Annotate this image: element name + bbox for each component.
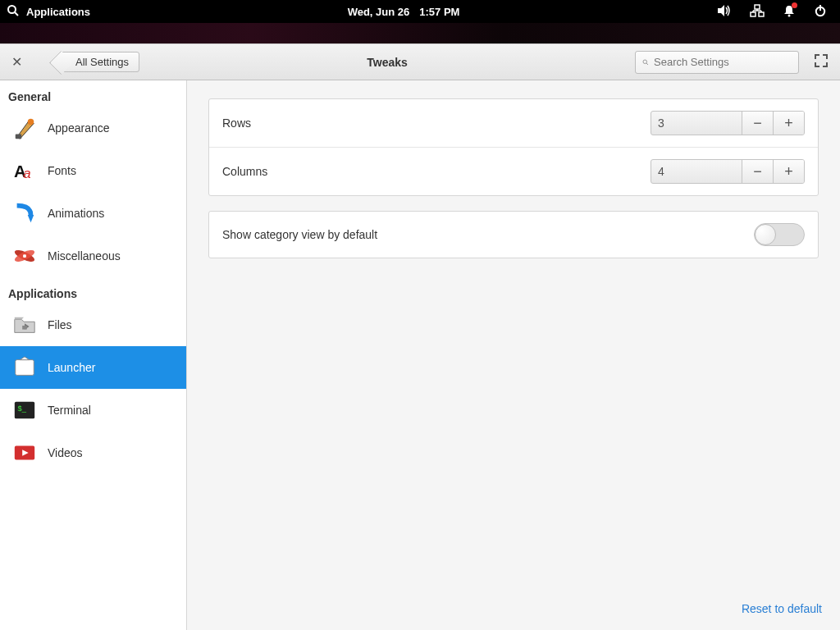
svg-rect-25 [22, 326, 27, 330]
volume-icon[interactable] [717, 4, 732, 20]
show-category-setting: Show category view by default [209, 212, 818, 258]
back-button[interactable]: All Settings [60, 52, 139, 72]
videos-icon [11, 440, 38, 466]
sidebar-item-label: Animations [48, 207, 104, 220]
svg-text:a: a [23, 166, 30, 181]
rows-value[interactable]: 3 [651, 112, 742, 135]
launcher-icon [11, 354, 38, 381]
applications-menu[interactable]: Applications [26, 6, 90, 18]
date-label[interactable]: Wed, Jun 26 [348, 6, 410, 18]
sidebar-item-label: Fonts [48, 164, 76, 177]
rows-label: Rows [222, 116, 651, 130]
grid-panel: Rows 3 − + Columns 4 − + [208, 98, 819, 196]
animations-icon [11, 200, 38, 226]
svg-point-0 [8, 6, 16, 13]
switch-knob [755, 224, 776, 245]
window-title: Tweaks [146, 56, 628, 69]
search-icon[interactable] [7, 4, 20, 20]
columns-spinbutton[interactable]: 4 − + [651, 159, 805, 184]
network-icon[interactable] [750, 4, 765, 20]
svg-rect-26 [16, 360, 34, 376]
sidebar-item-animations[interactable]: Animations [0, 192, 186, 235]
columns-setting: Columns 4 − + [209, 148, 818, 195]
sidebar-section-applications: Applications [0, 277, 186, 304]
reset-to-default-link[interactable]: Reset to default [742, 602, 822, 615]
sidebar-item-launcher[interactable]: Launcher [0, 346, 186, 389]
svg-rect-5 [759, 12, 764, 16]
svg-text:$_: $_ [18, 404, 27, 413]
time-label[interactable]: 1:57 PM [419, 6, 459, 18]
svg-marker-20 [28, 215, 34, 222]
appearance-icon [11, 115, 38, 141]
columns-label: Columns [222, 165, 651, 178]
content-area: Rows 3 − + Columns 4 − + Show category v… [187, 80, 840, 630]
rows-spinbutton[interactable]: 3 − + [651, 111, 805, 135]
close-button[interactable]: ✕ [8, 54, 25, 71]
sidebar-item-label: Appearance [48, 121, 110, 135]
desktop-background [0, 23, 840, 43]
svg-line-14 [646, 63, 648, 65]
terminal-icon: $_ [11, 397, 38, 423]
svg-rect-16 [16, 135, 22, 139]
maximize-button[interactable] [814, 53, 832, 71]
columns-value[interactable]: 4 [651, 160, 742, 183]
sidebar: General Appearance Aa Fonts Animations M… [0, 80, 187, 630]
sidebar-item-label: Files [48, 318, 72, 331]
svg-point-13 [643, 60, 647, 64]
sidebar-item-label: Videos [48, 446, 83, 459]
svg-rect-23 [23, 254, 26, 258]
sidebar-item-label: Miscellaneous [48, 249, 121, 262]
svg-point-10 [788, 14, 791, 16]
sidebar-item-appearance[interactable]: Appearance [0, 107, 186, 149]
sidebar-item-label: Launcher [48, 361, 95, 374]
search-icon [642, 57, 649, 68]
svg-line-1 [15, 12, 18, 16]
notifications-icon[interactable] [783, 4, 796, 20]
fonts-icon: Aa [11, 158, 38, 184]
svg-marker-27 [20, 357, 29, 360]
sidebar-section-general: General [0, 80, 186, 107]
back-button-label: All Settings [75, 56, 129, 68]
sidebar-item-label: Terminal [48, 404, 91, 417]
sidebar-item-files[interactable]: Files [0, 304, 186, 346]
show-category-label: Show category view by default [222, 228, 754, 241]
show-category-switch[interactable] [754, 223, 805, 246]
svg-rect-4 [751, 12, 756, 16]
rows-setting: Rows 3 − + [209, 99, 818, 148]
columns-increment[interactable]: + [773, 160, 804, 183]
sidebar-item-terminal[interactable]: $_ Terminal [0, 389, 186, 431]
columns-decrement[interactable]: − [742, 160, 773, 183]
rows-increment[interactable]: + [773, 112, 804, 135]
svg-marker-2 [718, 5, 724, 16]
sidebar-item-videos[interactable]: Videos [0, 431, 186, 474]
sidebar-item-miscellaneous[interactable]: Miscellaneous [0, 235, 186, 277]
window-headerbar: ✕ All Settings Tweaks [0, 43, 840, 80]
category-panel: Show category view by default [208, 211, 819, 258]
miscellaneous-icon [11, 243, 38, 269]
search-field[interactable] [635, 51, 799, 74]
system-top-bar: Applications Wed, Jun 26 1:57 PM [0, 0, 840, 23]
search-input[interactable] [654, 56, 792, 68]
files-icon [11, 312, 38, 338]
rows-decrement[interactable]: − [742, 112, 773, 135]
svg-rect-3 [755, 5, 760, 9]
power-icon[interactable] [814, 4, 827, 20]
svg-point-17 [28, 119, 34, 126]
sidebar-item-fonts[interactable]: Aa Fonts [0, 149, 186, 192]
